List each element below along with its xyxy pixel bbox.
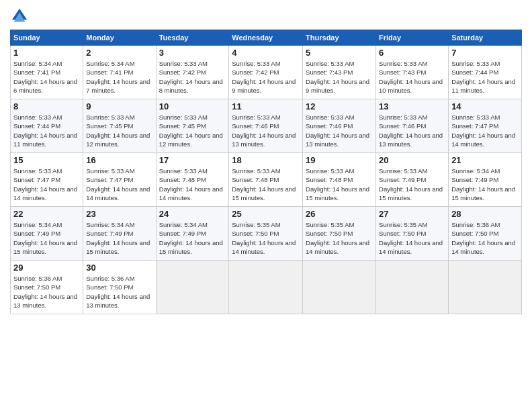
daylight-label: Daylight: 14 hours and 14 minutes. [379, 239, 443, 255]
day-info: Sunrise: 5:36 AM Sunset: 7:50 PM Dayligh… [86, 274, 152, 310]
sunrise-label: Sunrise: 5:33 AM [86, 167, 134, 175]
day-number: 20 [379, 155, 445, 165]
calendar-week-row: 15 Sunrise: 5:33 AM Sunset: 7:47 PM Dayl… [11, 153, 522, 207]
calendar-cell [376, 261, 449, 314]
daylight-label: Daylight: 14 hours and 9 minutes. [306, 78, 369, 94]
calendar-cell: 8 Sunrise: 5:33 AM Sunset: 7:44 PM Dayli… [11, 99, 83, 153]
weekday-header: Thursday [303, 30, 376, 46]
day-info: Sunrise: 5:35 AM Sunset: 7:50 PM Dayligh… [379, 220, 445, 256]
day-info: Sunrise: 5:33 AM Sunset: 7:47 PM Dayligh… [13, 167, 80, 202]
sunset-label: Sunset: 7:50 PM [13, 283, 60, 291]
calendar-cell: 27 Sunrise: 5:35 AM Sunset: 7:50 PM Dayl… [376, 207, 449, 261]
calendar-cell: 4 Sunrise: 5:33 AM Sunset: 7:42 PM Dayli… [229, 46, 303, 99]
sunrise-label: Sunrise: 5:35 AM [379, 221, 427, 228]
sunset-label: Sunset: 7:48 PM [232, 176, 279, 183]
day-number: 13 [379, 101, 445, 111]
day-info: Sunrise: 5:33 AM Sunset: 7:48 PM Dayligh… [306, 167, 373, 202]
sunset-label: Sunset: 7:50 PM [379, 230, 426, 237]
daylight-label: Daylight: 14 hours and 15 minutes. [379, 185, 443, 201]
daylight-label: Daylight: 14 hours and 7 minutes. [86, 78, 150, 94]
day-info: Sunrise: 5:33 AM Sunset: 7:42 PM Dayligh… [159, 59, 226, 95]
daylight-label: Daylight: 14 hours and 6 minutes. [13, 78, 77, 94]
day-info: Sunrise: 5:33 AM Sunset: 7:45 PM Dayligh… [159, 113, 226, 148]
day-number: 27 [379, 209, 445, 219]
weekday-header: Sunday [11, 30, 83, 46]
calendar-cell: 2 Sunrise: 5:34 AM Sunset: 7:41 PM Dayli… [83, 46, 156, 99]
sunset-label: Sunset: 7:50 PM [306, 230, 353, 237]
day-info: Sunrise: 5:33 AM Sunset: 7:47 PM Dayligh… [86, 167, 152, 202]
day-number: 22 [13, 209, 80, 219]
weekday-header: Tuesday [156, 30, 229, 46]
daylight-label: Daylight: 14 hours and 9 minutes. [232, 78, 296, 94]
sunset-label: Sunset: 7:48 PM [306, 176, 353, 183]
sunrise-label: Sunrise: 5:33 AM [159, 113, 208, 121]
sunrise-label: Sunrise: 5:35 AM [232, 221, 280, 228]
calendar-cell: 26 Sunrise: 5:35 AM Sunset: 7:50 PM Dayl… [303, 207, 376, 261]
day-number: 14 [451, 101, 519, 111]
sunset-label: Sunset: 7:42 PM [232, 68, 279, 76]
sunset-label: Sunset: 7:41 PM [86, 68, 133, 76]
day-info: Sunrise: 5:36 AM Sunset: 7:50 PM Dayligh… [13, 274, 80, 310]
sunrise-label: Sunrise: 5:33 AM [13, 113, 62, 121]
day-number: 6 [379, 48, 445, 58]
page-header [10, 7, 522, 26]
calendar-cell: 14 Sunrise: 5:33 AM Sunset: 7:47 PM Dayl… [449, 99, 522, 153]
calendar-week-row: 29 Sunrise: 5:36 AM Sunset: 7:50 PM Dayl… [11, 261, 522, 314]
calendar-cell: 7 Sunrise: 5:33 AM Sunset: 7:44 PM Dayli… [449, 46, 522, 99]
calendar-cell: 18 Sunrise: 5:33 AM Sunset: 7:48 PM Dayl… [229, 153, 303, 207]
day-info: Sunrise: 5:33 AM Sunset: 7:45 PM Dayligh… [86, 113, 152, 148]
daylight-label: Daylight: 14 hours and 13 minutes. [379, 132, 443, 148]
daylight-label: Daylight: 14 hours and 8 minutes. [159, 78, 223, 94]
daylight-label: Daylight: 14 hours and 10 minutes. [379, 78, 443, 94]
daylight-label: Daylight: 14 hours and 12 minutes. [86, 132, 150, 148]
calendar-cell: 30 Sunrise: 5:36 AM Sunset: 7:50 PM Dayl… [83, 261, 156, 314]
day-number: 26 [306, 209, 373, 219]
day-info: Sunrise: 5:34 AM Sunset: 7:49 PM Dayligh… [159, 220, 226, 256]
day-number: 18 [232, 155, 300, 165]
sunset-label: Sunset: 7:47 PM [86, 176, 133, 183]
daylight-label: Daylight: 14 hours and 14 minutes. [451, 132, 515, 148]
day-info: Sunrise: 5:33 AM Sunset: 7:47 PM Dayligh… [451, 113, 519, 148]
day-number: 23 [86, 209, 152, 219]
day-number: 30 [86, 263, 152, 273]
calendar-cell [229, 261, 303, 314]
calendar-week-row: 8 Sunrise: 5:33 AM Sunset: 7:44 PM Dayli… [11, 99, 522, 153]
calendar-week-row: 1 Sunrise: 5:34 AM Sunset: 7:41 PM Dayli… [11, 46, 522, 99]
weekday-header: Monday [83, 30, 156, 46]
day-number: 10 [159, 101, 226, 111]
calendar-cell: 23 Sunrise: 5:34 AM Sunset: 7:49 PM Dayl… [83, 207, 156, 261]
sunset-label: Sunset: 7:44 PM [451, 68, 498, 76]
sunrise-label: Sunrise: 5:33 AM [379, 60, 427, 67]
day-info: Sunrise: 5:33 AM Sunset: 7:48 PM Dayligh… [232, 167, 300, 202]
daylight-label: Daylight: 14 hours and 15 minutes. [232, 185, 296, 201]
calendar-cell: 9 Sunrise: 5:33 AM Sunset: 7:45 PM Dayli… [83, 99, 156, 153]
calendar-cell: 13 Sunrise: 5:33 AM Sunset: 7:46 PM Dayl… [376, 99, 449, 153]
sunrise-label: Sunrise: 5:36 AM [13, 275, 62, 282]
day-number: 1 [13, 48, 80, 58]
sunset-label: Sunset: 7:49 PM [159, 230, 206, 237]
sunrise-label: Sunrise: 5:34 AM [13, 60, 62, 67]
logo-icon [10, 7, 29, 26]
day-number: 17 [159, 155, 226, 165]
daylight-label: Daylight: 14 hours and 13 minutes. [306, 132, 369, 148]
daylight-label: Daylight: 14 hours and 13 minutes. [13, 293, 77, 309]
sunrise-label: Sunrise: 5:33 AM [86, 113, 134, 121]
sunset-label: Sunset: 7:50 PM [451, 230, 498, 237]
weekday-header: Saturday [449, 30, 522, 46]
sunset-label: Sunset: 7:46 PM [379, 122, 426, 130]
day-info: Sunrise: 5:33 AM Sunset: 7:43 PM Dayligh… [306, 59, 373, 95]
daylight-label: Daylight: 14 hours and 15 minutes. [451, 185, 515, 201]
sunrise-label: Sunrise: 5:33 AM [232, 113, 280, 121]
sunset-label: Sunset: 7:48 PM [159, 176, 206, 183]
day-number: 25 [232, 209, 300, 219]
day-info: Sunrise: 5:33 AM Sunset: 7:44 PM Dayligh… [451, 59, 519, 95]
day-info: Sunrise: 5:34 AM Sunset: 7:49 PM Dayligh… [13, 220, 80, 256]
calendar: SundayMondayTuesdayWednesdayThursdayFrid… [10, 30, 522, 314]
sunrise-label: Sunrise: 5:33 AM [13, 167, 62, 175]
sunrise-label: Sunrise: 5:35 AM [306, 221, 354, 228]
sunrise-label: Sunrise: 5:33 AM [159, 60, 208, 67]
weekday-header: Friday [376, 30, 449, 46]
day-number: 4 [232, 48, 300, 58]
calendar-cell [156, 261, 229, 314]
sunrise-label: Sunrise: 5:33 AM [159, 167, 208, 175]
